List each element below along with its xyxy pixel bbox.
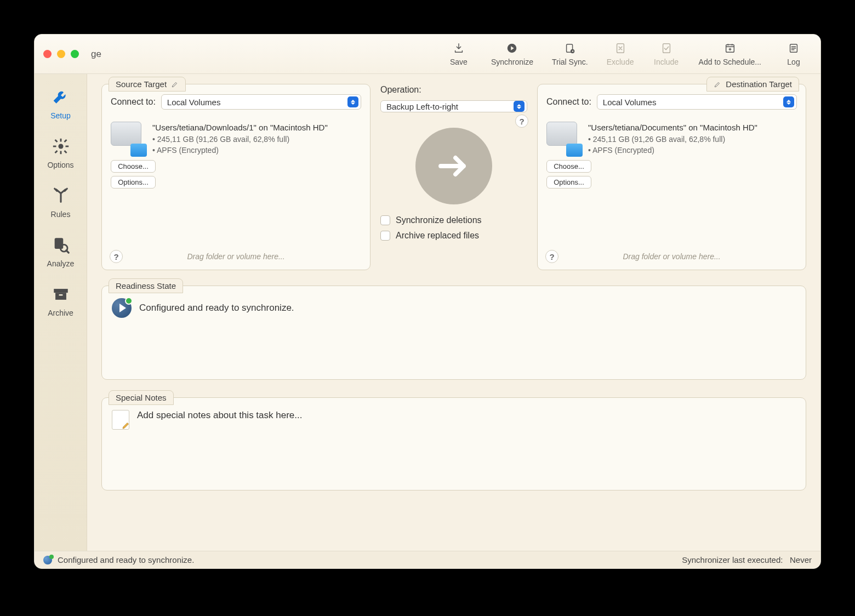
destination-target-tab[interactable]: Destination Target (706, 77, 799, 92)
window-title: ge (91, 49, 101, 60)
drive-folder-icon (111, 122, 145, 156)
operation-value: Backup Left-to-right (386, 102, 458, 111)
status-last-executed-label: Synchronizer last executed: (682, 555, 783, 564)
destination-options-button[interactable]: Options... (546, 176, 591, 189)
destination-connect-select[interactable]: Local Volumes (597, 94, 797, 110)
trial-sync-button[interactable]: Trial Sync. (552, 42, 588, 66)
gear-icon (50, 135, 72, 157)
source-target-tab-label: Source Target (116, 79, 167, 89)
svg-rect-4 (663, 43, 670, 53)
sidebar-item-archive[interactable]: Archive (35, 279, 87, 322)
close-window-button[interactable] (43, 50, 52, 58)
save-label: Save (450, 58, 468, 66)
checkbox-icon (380, 215, 390, 225)
source-path: "Users/tetiana/Downloads/1" on "Macintos… (152, 122, 361, 134)
special-notes-tab: Special Notes (109, 390, 174, 405)
main-content: Source Target Connect to: Local Volumes (87, 74, 820, 551)
svg-rect-19 (55, 293, 66, 300)
sync-deletions-label: Synchronize deletions (396, 215, 482, 225)
destination-target-tab-label: Destination Target (726, 79, 792, 89)
include-button: Include (653, 42, 680, 66)
play-circle-icon (506, 42, 518, 54)
log-button[interactable]: Log (780, 42, 807, 66)
drive-folder-icon (546, 122, 580, 156)
minimize-window-button[interactable] (57, 50, 65, 58)
readiness-tab: Readiness State (109, 278, 183, 293)
svg-point-7 (58, 144, 63, 149)
svg-rect-16 (54, 238, 63, 249)
source-fs: • APFS (Encrypted) (152, 145, 361, 156)
sidebar-label: Rules (51, 210, 71, 219)
connect-to-label: Connect to: (111, 97, 156, 107)
analyze-icon (50, 234, 72, 256)
destination-choose-button[interactable]: Choose... (546, 160, 591, 173)
sidebar-item-rules[interactable]: Rules (35, 180, 87, 223)
status-ready-icon (43, 556, 52, 564)
source-connect-select[interactable]: Local Volumes (161, 94, 361, 110)
operation-select[interactable]: Backup Left-to-right (380, 100, 527, 112)
sidebar: Setup Options Rules Analyze (35, 74, 87, 551)
add-to-schedule-label: Add to Schedule... (699, 58, 761, 66)
archive-replaced-label: Archive replaced files (396, 231, 479, 241)
schedule-icon (724, 42, 736, 54)
source-target-panel: Source Target Connect to: Local Volumes (101, 84, 371, 270)
destination-target-panel: Destination Target Connect to: Local Vol… (537, 84, 806, 270)
direction-arrow-icon (415, 128, 492, 204)
archive-replaced-checkbox[interactable]: Archive replaced files (380, 231, 527, 241)
titlebar: ge Save Synchronize Trial Sync. (35, 35, 820, 74)
svg-rect-13 (64, 150, 67, 153)
zoom-window-button[interactable] (71, 50, 79, 58)
sync-deletions-checkbox[interactable]: Synchronize deletions (380, 215, 527, 225)
destination-fs: • APFS (Encrypted) (588, 145, 797, 156)
include-label: Include (654, 58, 679, 66)
wrench-icon (50, 86, 72, 108)
readiness-text: Configured and ready to synchronize. (139, 303, 294, 313)
svg-rect-20 (59, 294, 62, 296)
svg-rect-18 (54, 289, 68, 293)
status-bar: Configured and ready to synchronize. Syn… (35, 551, 820, 568)
trial-sync-icon (564, 42, 576, 54)
log-icon (788, 42, 800, 54)
exclude-label: Exclude (607, 58, 634, 66)
window-controls (43, 50, 79, 58)
svg-rect-14 (64, 139, 67, 142)
save-icon (453, 42, 465, 54)
app-window: ge Save Synchronize Trial Sync. (34, 34, 821, 569)
status-last-executed-value: Never (790, 555, 812, 564)
source-options-button[interactable]: Options... (111, 176, 156, 189)
chevron-updown-icon (347, 96, 358, 107)
rules-icon (50, 185, 72, 207)
connect-to-label: Connect to: (546, 97, 591, 107)
ready-status-icon (112, 298, 132, 318)
special-notes-panel: Special Notes Add special notes about th… (101, 397, 806, 490)
operation-help-button[interactable]: ? (515, 115, 528, 128)
chevron-updown-icon (514, 101, 525, 112)
toolbar: Save Synchronize Trial Sync. Exclude (445, 42, 810, 66)
svg-rect-12 (54, 139, 58, 142)
source-target-tab[interactable]: Source Target (109, 77, 186, 92)
archive-icon (50, 283, 72, 305)
readiness-state-panel: Readiness State Configured and ready to … (101, 286, 806, 380)
trial-sync-label: Trial Sync. (552, 58, 588, 66)
svg-rect-8 (60, 139, 61, 142)
synchronize-button[interactable]: Synchronize (491, 42, 533, 66)
sidebar-label: Archive (48, 309, 73, 317)
special-notes-text[interactable]: Add special notes about this task here..… (137, 410, 302, 421)
checkbox-icon (380, 231, 390, 241)
sidebar-label: Analyze (47, 259, 75, 268)
synchronize-label: Synchronize (491, 58, 533, 66)
status-text: Configured and ready to synchronize. (58, 555, 194, 564)
sidebar-item-setup[interactable]: Setup (35, 82, 87, 124)
sidebar-item-options[interactable]: Options (35, 131, 87, 174)
destination-path: "Users/tetiana/Documents" on "Macintosh … (588, 122, 797, 134)
svg-rect-10 (53, 146, 56, 147)
source-stats: • 245,11 GB (91,26 GB avail, 62,8% full) (152, 134, 361, 145)
exclude-button: Exclude (607, 42, 634, 66)
save-button[interactable]: Save (445, 42, 472, 66)
svg-rect-15 (54, 150, 58, 153)
add-to-schedule-button[interactable]: Add to Schedule... (699, 42, 761, 66)
sidebar-item-analyze[interactable]: Analyze (35, 230, 87, 272)
exclude-icon (614, 42, 626, 54)
source-choose-button[interactable]: Choose... (111, 160, 156, 173)
svg-rect-11 (65, 146, 69, 147)
